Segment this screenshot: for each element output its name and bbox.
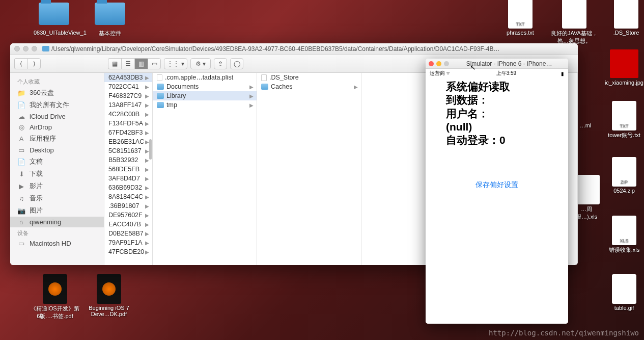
desktop-file[interactable]: .DS_Store bbox=[606, 0, 644, 36]
row-label: Caches bbox=[271, 83, 292, 90]
share-button[interactable]: ⇪ bbox=[214, 58, 227, 69]
column-row[interactable]: DE957602F▶ bbox=[104, 211, 152, 220]
view-list-button[interactable]: ☰ bbox=[121, 58, 134, 69]
sidebar-item[interactable]: ▭Macintosh HD bbox=[10, 238, 104, 249]
column-row[interactable]: 5C8151637▶ bbox=[104, 146, 152, 155]
desktop-image[interactable]: ic_xiaoming.jpg bbox=[604, 50, 644, 86]
row-label: D0B2E58B7 bbox=[108, 230, 144, 237]
column-row[interactable]: tmp▶ bbox=[153, 100, 257, 110]
pdf-icon bbox=[93, 275, 125, 303]
column-row[interactable]: 47FCBDE20▶ bbox=[104, 247, 152, 256]
sidebar-item[interactable]: ▭Desktop bbox=[10, 145, 104, 155]
row-label: F468327C9 bbox=[108, 92, 142, 99]
icon-label: phrases.txt bbox=[500, 30, 541, 36]
column-row[interactable]: 4C28C00B▶ bbox=[104, 110, 152, 119]
column-row[interactable]: 62A453DB3▶ bbox=[104, 73, 152, 82]
tags-button[interactable]: ◯ bbox=[230, 58, 243, 69]
sidebar-item[interactable]: 📁360云盘 bbox=[10, 87, 104, 99]
desktop-file[interactable]: XLS 错误收集.xls bbox=[604, 217, 644, 254]
row-label: .36B91807 bbox=[108, 202, 139, 210]
column-row[interactable]: D0B2E58B7▶ bbox=[104, 229, 152, 238]
save-preferences-link[interactable]: 保存偏好设置 bbox=[446, 180, 548, 190]
desktop-folder[interactable]: 基本控件 bbox=[90, 0, 130, 37]
view-coverflow-button[interactable]: ▭ bbox=[148, 58, 161, 69]
column-row[interactable]: 568DE5FB▶ bbox=[104, 165, 152, 174]
column-row[interactable]: .com.apple…tadata.plist bbox=[153, 73, 257, 82]
sidebar-label: 图片 bbox=[30, 206, 43, 215]
sidebar-item[interactable]: ◎AirDrop bbox=[10, 122, 104, 133]
column-row[interactable]: EB26E31AC▶ bbox=[104, 137, 152, 146]
traffic-lights[interactable] bbox=[429, 61, 449, 66]
finder-titlebar[interactable]: /Users/qiwenming/Library/Developer/CoreS… bbox=[10, 43, 578, 55]
row-label: EACC407B bbox=[108, 221, 141, 228]
icon-label: 0830_UITableView_1 bbox=[34, 30, 74, 36]
column-3[interactable]: .DS_StoreCaches▶ bbox=[257, 73, 361, 265]
desktop-file[interactable]: TXT phrases.txt bbox=[500, 0, 541, 36]
column-row[interactable]: Library▶ bbox=[153, 91, 257, 100]
sidebar-item[interactable]: 📄文稿 bbox=[10, 155, 104, 168]
desktop-pdf[interactable]: 《精通iOS开发》第6版.…书签.pdf bbox=[30, 275, 80, 320]
column-1[interactable]: 62A453DB3▶7022CC41▶F468327C9▶13A8FF147▶4… bbox=[104, 73, 153, 265]
nav-buttons: ⟨ ⟩ bbox=[14, 58, 41, 69]
back-button[interactable]: ⟨ bbox=[14, 58, 27, 69]
desktop-file[interactable]: ZIP 0524.zip bbox=[604, 158, 644, 194]
icon-label: 《精通iOS开发》第6版.…书签.pdf bbox=[30, 305, 80, 320]
column-row[interactable]: Caches▶ bbox=[257, 82, 361, 91]
row-label: 4C28C00B bbox=[108, 111, 139, 118]
icon-label: 错误收集.xls bbox=[604, 246, 644, 254]
row-label: 3AF8D4D7 bbox=[108, 175, 140, 182]
column-row[interactable]: Documents▶ bbox=[153, 82, 257, 91]
sidebar-label: 影片 bbox=[30, 181, 43, 191]
desktop-file[interactable]: …ml bbox=[575, 122, 596, 128]
desktop-file[interactable]: table.gif bbox=[604, 275, 644, 311]
sidebar-icon: A bbox=[17, 135, 25, 142]
column-row[interactable]: F468327C9▶ bbox=[104, 91, 152, 100]
row-label: 62A453DB3 bbox=[108, 74, 143, 81]
forward-button[interactable]: ⟩ bbox=[27, 58, 41, 69]
column-row[interactable]: .36B91807▶ bbox=[104, 201, 152, 211]
column-row[interactable]: .DS_Store bbox=[257, 73, 361, 82]
folder-icon bbox=[261, 84, 268, 90]
folder-icon bbox=[157, 93, 164, 99]
sidebar-icon: 📁 bbox=[17, 89, 25, 96]
sidebar-item[interactable]: ⌂qiwenming bbox=[10, 217, 104, 227]
column-2[interactable]: .com.apple…tadata.plistDocuments▶Library… bbox=[153, 73, 257, 265]
sidebar-item[interactable]: ⬇下载 bbox=[10, 168, 104, 180]
txt-icon: TXT bbox=[504, 0, 537, 28]
column-row[interactable]: 8A8184C4C▶ bbox=[104, 192, 152, 201]
icon-label: table.gif bbox=[604, 305, 644, 311]
traffic-lights[interactable] bbox=[14, 46, 37, 51]
sidebar-item[interactable]: A应用程序 bbox=[10, 133, 104, 145]
folder-icon bbox=[157, 84, 164, 90]
column-row[interactable]: 79AF91F1A▶ bbox=[104, 238, 152, 247]
sidebar-item[interactable]: ☁iCloud Drive bbox=[10, 111, 104, 122]
row-label: 7022CC41 bbox=[108, 83, 139, 90]
column-row[interactable]: 636B69D32▶ bbox=[104, 183, 152, 192]
view-icon-button[interactable]: ▦ bbox=[108, 58, 121, 69]
row-label: F134FDF5A bbox=[108, 120, 143, 127]
simulator-titlebar[interactable]: Simulator - iPhone 6 - iPhone… bbox=[426, 59, 568, 69]
desktop-file[interactable]: TXT tower账号.txt bbox=[604, 102, 644, 139]
column-row[interactable]: 13A8FF147▶ bbox=[104, 100, 152, 110]
sidebar-item[interactable]: 📷图片 bbox=[10, 204, 104, 217]
desktop-folder[interactable]: 0830_UITableView_1 bbox=[34, 0, 74, 36]
desktop-file[interactable]: 良好的JAVA基础，熟…象思想。 bbox=[550, 0, 599, 45]
arrange-button[interactable]: ⋮⋮ ▾ bbox=[164, 58, 187, 69]
column-row[interactable]: B5B32932▶ bbox=[104, 155, 152, 165]
row-label: 67FD42BF3 bbox=[108, 129, 143, 136]
sidebar-item[interactable]: ▶影片 bbox=[10, 180, 104, 192]
column-row[interactable]: 67FD42BF3▶ bbox=[104, 128, 152, 137]
sidebar-item[interactable]: ♫音乐 bbox=[10, 192, 104, 204]
image-icon bbox=[608, 50, 640, 77]
column-row[interactable]: 7022CC41▶ bbox=[104, 82, 152, 91]
column-row[interactable]: EACC407B▶ bbox=[104, 220, 152, 229]
desktop-pdf[interactable]: Beginning iOS 7 Deve…DK.pdf bbox=[83, 275, 134, 317]
column-row[interactable]: 3AF8D4D7▶ bbox=[104, 174, 152, 183]
sidebar-item[interactable]: 📄我的所有文件 bbox=[10, 99, 104, 111]
folder-icon bbox=[42, 46, 49, 51]
column-row[interactable]: F134FDF5A▶ bbox=[104, 119, 152, 128]
view-column-button[interactable]: ▥ bbox=[134, 58, 148, 69]
action-button[interactable]: ⚙ ▾ bbox=[190, 58, 211, 69]
sidebar-label: 应用程序 bbox=[30, 134, 56, 143]
sidebar-icon: ▭ bbox=[17, 147, 25, 154]
